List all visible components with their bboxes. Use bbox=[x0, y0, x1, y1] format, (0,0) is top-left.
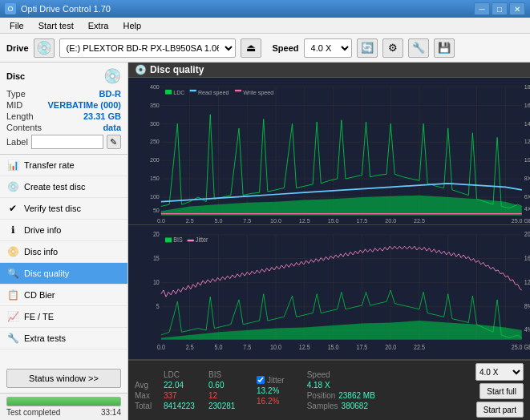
position-val: 23862 MB bbox=[338, 391, 375, 400]
jitter-checkbox[interactable] bbox=[257, 376, 265, 384]
svg-text:15.0: 15.0 bbox=[328, 344, 339, 352]
sidebar-item-fe-te[interactable]: 📈 FE / TE bbox=[0, 306, 127, 328]
svg-text:22.5: 22.5 bbox=[414, 217, 425, 224]
disc-quality-icon: 🔍 bbox=[6, 267, 19, 280]
svg-text:7.5: 7.5 bbox=[243, 217, 251, 224]
disc-panel-icon: 💿 bbox=[103, 67, 121, 85]
svg-text:10: 10 bbox=[153, 279, 160, 287]
svg-rect-53 bbox=[235, 90, 241, 91]
refresh-btn[interactable]: 🔄 bbox=[357, 38, 378, 58]
sidebar-item-extra-tests[interactable]: 🔧 Extra tests bbox=[0, 328, 127, 349]
close-button[interactable]: ✕ bbox=[509, 2, 525, 15]
eject-btn[interactable]: ⏏ bbox=[241, 38, 261, 58]
upper-chart-svg: 18X 16X 14X 12X 10X 8X 6X 4X 400 350 300… bbox=[128, 78, 530, 224]
menu-start-test[interactable]: Start test bbox=[32, 19, 80, 32]
sidebar-item-create-test-disc[interactable]: 💿 Create test disc bbox=[0, 176, 127, 198]
disc-info-icon: 📀 bbox=[6, 245, 19, 258]
svg-text:15.0: 15.0 bbox=[328, 217, 339, 224]
disc-label-input[interactable] bbox=[31, 135, 103, 149]
svg-rect-94 bbox=[165, 238, 172, 243]
svg-text:4%: 4% bbox=[524, 326, 530, 334]
progress-bar-outer bbox=[6, 397, 121, 406]
samples-label: Samples bbox=[307, 402, 338, 410]
settings-btn[interactable]: ⚙ bbox=[382, 38, 403, 58]
nav-label-verify-test-disc: Verify test disc bbox=[24, 204, 81, 213]
drive-select[interactable]: (E:) PLEXTOR BD-R PX-LB950SA 1.06 bbox=[59, 38, 236, 58]
nav-label-transfer-rate: Transfer rate bbox=[24, 160, 75, 170]
disc-mid-row: MID VERBATIMe (000) bbox=[6, 99, 121, 111]
svg-text:Jitter: Jitter bbox=[196, 236, 208, 244]
main-layout: Disc 💿 Type BD-R MID VERBATIMe (000) Len… bbox=[0, 63, 530, 420]
svg-text:200: 200 bbox=[150, 156, 160, 164]
sidebar-item-cd-bier[interactable]: 📋 CD Bier bbox=[0, 285, 127, 306]
svg-text:0.0: 0.0 bbox=[157, 344, 165, 352]
jitter-max-val: 16.2% bbox=[257, 397, 285, 406]
nav-label-drive-info: Drive info bbox=[24, 225, 61, 235]
sidebar-item-verify-test-disc[interactable]: ✔ Verify test disc bbox=[0, 198, 127, 220]
minimize-button[interactable]: ─ bbox=[474, 2, 490, 15]
create-test-disc-icon: 💿 bbox=[6, 180, 19, 193]
sidebar-item-disc-info[interactable]: 📀 Disc info bbox=[0, 241, 127, 263]
svg-text:10.0: 10.0 bbox=[270, 217, 281, 224]
disc-mid-value: VERBATIMe (000) bbox=[48, 100, 121, 110]
svg-text:17.5: 17.5 bbox=[356, 217, 367, 224]
stats-empty bbox=[135, 370, 157, 379]
svg-rect-51 bbox=[190, 90, 196, 91]
svg-text:20.0: 20.0 bbox=[385, 344, 396, 352]
nav-label-create-test-disc: Create test disc bbox=[24, 182, 85, 192]
svg-text:250: 250 bbox=[150, 138, 160, 145]
samples-row: Samples 380682 bbox=[307, 402, 375, 410]
svg-rect-96 bbox=[188, 240, 194, 241]
drive-icon-btn[interactable]: 💿 bbox=[34, 38, 55, 58]
svg-text:12X: 12X bbox=[524, 138, 530, 145]
toolbar: Drive 💿 (E:) PLEXTOR BD-R PX-LB950SA 1.0… bbox=[0, 34, 530, 63]
nav-label-disc-info: Disc info bbox=[24, 247, 58, 256]
stats-max-row: Max 337 12 bbox=[135, 391, 237, 400]
disc-panel-header: Disc bbox=[6, 71, 25, 81]
svg-text:400: 400 bbox=[150, 83, 160, 90]
stats-col-ldc: LDC bbox=[164, 370, 202, 379]
start-full-button[interactable]: Start full bbox=[479, 383, 524, 399]
menu-extra[interactable]: Extra bbox=[82, 19, 115, 32]
svg-text:12.5: 12.5 bbox=[299, 344, 310, 352]
svg-text:100: 100 bbox=[150, 193, 160, 200]
svg-text:BIS: BIS bbox=[173, 236, 183, 244]
speed-select[interactable]: 1.0 X2.0 X4.0 X6.0 X8.0 X bbox=[304, 38, 352, 58]
svg-text:7.5: 7.5 bbox=[243, 344, 251, 352]
disc-label-row: Label ✎ bbox=[6, 135, 121, 149]
svg-text:5: 5 bbox=[156, 302, 160, 310]
save-btn[interactable]: 💾 bbox=[434, 38, 455, 58]
svg-text:12.5: 12.5 bbox=[299, 217, 310, 224]
stats-total-ldc: 8414223 bbox=[164, 402, 202, 410]
sidebar-item-transfer-rate[interactable]: 📊 Transfer rate bbox=[0, 155, 127, 176]
window-controls: ─ □ ✕ bbox=[474, 2, 525, 15]
action-controls: 1.0 X2.0 X4.0 X6.0 X8.0 X Start full Sta… bbox=[475, 363, 524, 418]
menu-help[interactable]: Help bbox=[116, 19, 148, 32]
svg-text:350: 350 bbox=[150, 101, 160, 108]
svg-text:25.0 GB: 25.0 GB bbox=[512, 344, 530, 352]
extra-tests-icon: 🔧 bbox=[6, 332, 19, 345]
svg-text:8%: 8% bbox=[524, 302, 530, 310]
menu-bar: File Start test Extra Help bbox=[0, 18, 530, 34]
menu-file[interactable]: File bbox=[3, 19, 30, 32]
svg-text:50: 50 bbox=[153, 207, 160, 214]
jitter-stats: Jitter 13.2% 16.2% bbox=[257, 376, 285, 406]
sidebar-item-drive-info[interactable]: ℹ Drive info bbox=[0, 220, 127, 241]
disc-label-edit-btn[interactable]: ✎ bbox=[107, 135, 121, 149]
maximize-button[interactable]: □ bbox=[492, 2, 508, 15]
svg-text:15: 15 bbox=[153, 255, 160, 263]
stats-max-label: Max bbox=[135, 391, 157, 400]
stats-total-label: Total bbox=[135, 402, 157, 410]
action-speed-select[interactable]: 1.0 X2.0 X4.0 X6.0 X8.0 X bbox=[475, 363, 524, 381]
speed-stat-label: Speed bbox=[307, 370, 330, 379]
verify-test-disc-icon: ✔ bbox=[6, 202, 19, 215]
disc-type-row: Type BD-R bbox=[6, 88, 121, 99]
svg-text:20.0: 20.0 bbox=[385, 217, 396, 224]
svg-text:10X: 10X bbox=[524, 156, 530, 164]
charts-area: 18X 16X 14X 12X 10X 8X 6X 4X 400 350 300… bbox=[128, 78, 530, 360]
tools-btn[interactable]: 🔧 bbox=[408, 38, 429, 58]
nav-label-extra-tests: Extra tests bbox=[24, 333, 66, 343]
start-part-button[interactable]: Start part bbox=[476, 402, 524, 418]
status-window-button[interactable]: Status window >> bbox=[6, 369, 121, 388]
sidebar-item-disc-quality[interactable]: 🔍 Disc quality bbox=[0, 263, 127, 285]
